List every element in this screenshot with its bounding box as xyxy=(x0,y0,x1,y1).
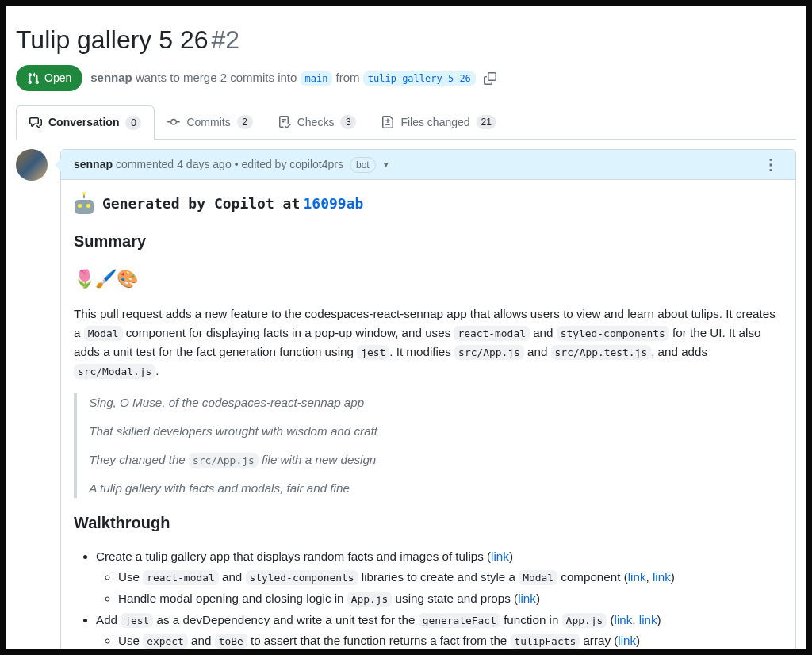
tab-checks-label: Checks xyxy=(297,114,335,131)
pr-state-label: Open xyxy=(44,70,71,86)
copy-icon[interactable] xyxy=(484,72,496,85)
pr-meta-line: sennap wants to merge 2 commits into mai… xyxy=(90,69,476,87)
kebab-menu-icon[interactable]: ⋯ xyxy=(764,154,779,176)
list-item: Add jest as a devDependency and write a … xyxy=(96,611,783,650)
walkthrough-link[interactable]: link xyxy=(615,613,633,626)
list-item: Handle modal opening and closing logic i… xyxy=(118,589,783,608)
comment-header: sennap commented 4 days ago • edited by … xyxy=(61,150,795,180)
base-branch[interactable]: main xyxy=(301,71,333,86)
list-item: Use react-modal and styled-components li… xyxy=(118,568,783,587)
walkthrough-link[interactable]: link xyxy=(653,570,671,584)
bot-badge: bot xyxy=(350,157,376,173)
tab-files-count: 21 xyxy=(477,115,496,129)
tab-conversation[interactable]: Conversation 0 xyxy=(16,105,155,140)
tab-checks[interactable]: Checks 3 xyxy=(266,105,370,139)
walkthrough-link[interactable]: link xyxy=(639,613,657,626)
walkthrough-link[interactable]: link xyxy=(491,550,509,563)
summary-paragraph: This pull request adds a new feature to … xyxy=(74,305,783,381)
pr-state-badge: Open xyxy=(16,65,82,91)
walkthrough-link[interactable]: link xyxy=(628,570,646,584)
pr-tabs: Conversation 0 Commits 2 Checks 3 Files … xyxy=(16,105,796,140)
avatar[interactable] xyxy=(16,149,48,181)
list-item: Use expect and toBe to assert that the f… xyxy=(118,631,783,650)
commit-link[interactable]: 16099ab xyxy=(303,195,363,212)
comment: sennap commented 4 days ago • edited by … xyxy=(60,149,796,655)
tab-commits-count: 2 xyxy=(237,115,253,129)
head-branch[interactable]: tulip-gallery-5-26 xyxy=(363,71,476,86)
list-item: Create a tulip gallery app that displays… xyxy=(96,547,783,608)
pr-author[interactable]: sennap xyxy=(90,71,132,84)
git-pull-request-icon xyxy=(27,72,40,85)
summary-heading: Summary xyxy=(74,229,783,255)
emoji-row: 🌷🖌️🎨 xyxy=(74,266,783,293)
robot-icon xyxy=(74,193,94,214)
tab-commits[interactable]: Commits 2 xyxy=(155,105,265,139)
walkthrough-list: Create a tulip gallery app that displays… xyxy=(74,547,783,650)
chevron-down-icon[interactable]: ▼ xyxy=(382,159,390,170)
generated-by-heading: Generated by Copilot at xyxy=(102,195,300,212)
tab-conversation-count: 0 xyxy=(125,116,141,130)
file-diff-icon xyxy=(381,116,394,128)
walkthrough-link[interactable]: link xyxy=(518,592,536,605)
walkthrough-link[interactable]: link xyxy=(618,634,636,647)
git-commit-icon xyxy=(167,116,180,128)
tab-checks-count: 3 xyxy=(340,115,356,129)
comment-discussion-icon xyxy=(29,117,42,129)
checklist-icon xyxy=(278,116,291,128)
tab-commits-label: Commits xyxy=(186,114,230,131)
pr-title: Tulip gallery 5 26 xyxy=(16,25,209,54)
tab-conversation-label: Conversation xyxy=(48,114,119,131)
pr-number: #2 xyxy=(211,25,239,54)
tab-files[interactable]: Files changed 21 xyxy=(369,105,509,139)
comment-time[interactable]: 4 days ago xyxy=(177,156,232,173)
comment-author[interactable]: sennap xyxy=(74,156,113,173)
walkthrough-heading: Walkthrough xyxy=(74,511,783,536)
poem-blockquote: Sing, O Muse, of the codespaces-react-se… xyxy=(74,393,783,498)
tab-files-label: Files changed xyxy=(400,114,469,131)
